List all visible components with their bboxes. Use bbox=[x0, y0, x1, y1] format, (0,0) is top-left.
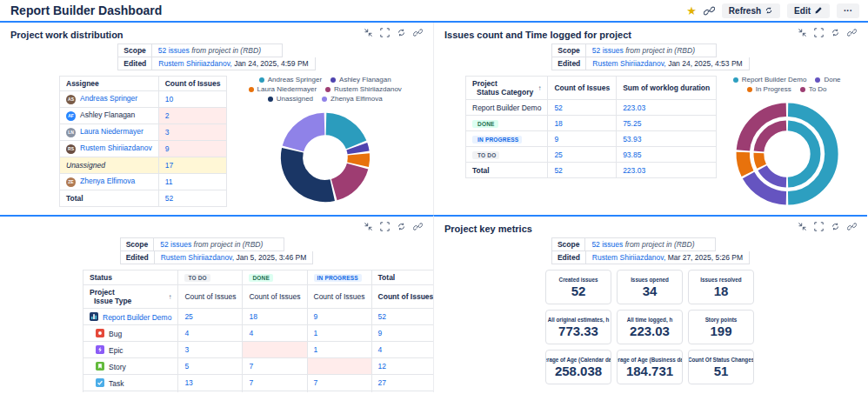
count-link[interactable]: 1 bbox=[314, 345, 318, 354]
count-link[interactable]: 9 bbox=[554, 135, 558, 144]
refresh-icon[interactable] bbox=[831, 222, 840, 231]
count-link[interactable]: 11 bbox=[165, 177, 173, 186]
edited-user-link[interactable]: Rustem Shiriiazdanov, bbox=[161, 253, 234, 262]
worklog-link[interactable]: 53.93 bbox=[623, 135, 641, 144]
count-link[interactable]: 18 bbox=[554, 119, 562, 128]
fullscreen-icon[interactable] bbox=[814, 222, 824, 231]
table-row: ZEZhenya Elfimova11 bbox=[60, 174, 227, 190]
assignee-link[interactable]: Rustem Shiriiazdanov bbox=[80, 144, 152, 152]
refresh-icon[interactable] bbox=[397, 28, 406, 37]
legend-item[interactable]: Zhenya Elfimova bbox=[322, 95, 383, 103]
legend-item[interactable]: Unassigned bbox=[268, 95, 313, 103]
edited-user-link[interactable]: Rustem Shiriiazdanov, bbox=[158, 59, 231, 68]
total-count-link[interactable]: 52 bbox=[165, 194, 173, 203]
count-link[interactable]: 2 bbox=[165, 111, 170, 120]
legend-item[interactable]: Report Builder Demo bbox=[733, 76, 807, 83]
count-link[interactable]: 27 bbox=[378, 378, 386, 387]
link-icon[interactable] bbox=[847, 28, 857, 37]
donut-segment-done[interactable] bbox=[762, 168, 785, 183]
fullscreen-icon[interactable] bbox=[380, 28, 390, 37]
panel-title: Project work distribution bbox=[10, 28, 124, 40]
assignee-link[interactable]: Zhenya Elfimova bbox=[80, 177, 135, 185]
link-icon[interactable] bbox=[847, 222, 857, 231]
more-actions-button[interactable]: ··· bbox=[837, 3, 859, 18]
donut-segment-zhenya-elfimova[interactable] bbox=[293, 124, 324, 149]
metric-card: All time logged, h 223.03 bbox=[617, 310, 683, 344]
count-link[interactable]: 17 bbox=[165, 161, 173, 170]
legend-item[interactable]: Ashley Flanagan bbox=[331, 76, 391, 83]
count-link[interactable]: 7 bbox=[249, 362, 253, 371]
count-link[interactable]: 10 bbox=[165, 95, 173, 104]
minimize-icon[interactable] bbox=[798, 28, 807, 37]
metric-label: All time logged, h bbox=[627, 317, 672, 323]
refresh-button[interactable]: Refresh bbox=[722, 3, 780, 18]
project-link[interactable]: Report Builder Demo bbox=[103, 313, 171, 322]
donut-segment-to-do[interactable] bbox=[758, 125, 786, 151]
count-link[interactable]: 13 bbox=[184, 378, 192, 387]
count-link[interactable]: 5 bbox=[184, 362, 189, 371]
assignee-link[interactable]: Andreas Springer bbox=[80, 94, 137, 103]
donut-segment-ashley-flanagan[interactable] bbox=[357, 146, 358, 152]
total-worklog-link[interactable]: 223.03 bbox=[623, 166, 645, 175]
count-link[interactable]: 4 bbox=[249, 329, 253, 337]
legend-item[interactable]: In Progress bbox=[747, 85, 791, 93]
dashboard-grid: Project work distribution Scope 52 issue… bbox=[0, 23, 868, 392]
metric-value: 223.03 bbox=[630, 324, 670, 337]
count-link[interactable]: 52 bbox=[554, 104, 562, 112]
link-icon[interactable] bbox=[413, 222, 423, 231]
minimize-icon[interactable] bbox=[364, 222, 373, 231]
sort-ascending-icon[interactable]: ↑ bbox=[168, 293, 171, 301]
refresh-icon[interactable] bbox=[831, 28, 840, 37]
count-link[interactable]: 52 bbox=[378, 312, 386, 321]
count-link[interactable]: 9 bbox=[165, 144, 170, 153]
legend-item[interactable]: To Do bbox=[800, 85, 827, 93]
count-link[interactable]: 3 bbox=[165, 128, 170, 137]
refresh-icon[interactable] bbox=[397, 222, 406, 231]
edited-label: Edited bbox=[120, 251, 155, 264]
scope-issues-link[interactable]: 52 issues bbox=[158, 46, 190, 55]
count-link[interactable]: 9 bbox=[378, 329, 383, 337]
legend-item[interactable]: Rustem Shiriiazdanov bbox=[325, 85, 402, 93]
edited-user-link[interactable]: Rustem Shiriiazdanov, bbox=[592, 59, 665, 68]
count-link[interactable]: 4 bbox=[184, 329, 189, 337]
count-link[interactable]: 12 bbox=[378, 362, 386, 371]
count-link[interactable]: 3 bbox=[184, 345, 189, 354]
worklog-link[interactable]: 75.25 bbox=[623, 119, 641, 128]
count-link[interactable]: 4 bbox=[378, 345, 383, 354]
donut-segment-in-progress[interactable] bbox=[743, 152, 747, 174]
worklog-link[interactable]: 223.03 bbox=[623, 104, 645, 112]
donut-segment-andreas-springer[interactable] bbox=[326, 124, 357, 145]
count-link[interactable]: 25 bbox=[184, 312, 192, 321]
count-link[interactable]: 7 bbox=[249, 378, 253, 387]
favorite-star-icon[interactable]: ★ bbox=[686, 5, 697, 17]
fullscreen-icon[interactable] bbox=[380, 222, 390, 231]
donut-segment-in-progress[interactable] bbox=[758, 153, 761, 166]
share-link-icon[interactable] bbox=[704, 5, 715, 17]
sort-ascending-icon[interactable]: ↑ bbox=[537, 84, 541, 92]
donut-segment-report-builder-demo[interactable] bbox=[788, 125, 816, 182]
assignee-link[interactable]: Laura Niedermayer bbox=[80, 127, 144, 136]
scope-issues-link[interactable]: 52 issues bbox=[592, 46, 624, 55]
legend-item[interactable]: Andreas Springer bbox=[259, 76, 322, 83]
minimize-icon[interactable] bbox=[798, 222, 807, 231]
scope-issues-link[interactable]: 52 issues bbox=[591, 240, 623, 249]
link-icon[interactable] bbox=[413, 28, 423, 37]
count-link[interactable]: 1 bbox=[314, 329, 318, 337]
count-link[interactable]: 25 bbox=[554, 150, 562, 159]
count-link[interactable]: 7 bbox=[314, 378, 318, 387]
legend-label: Ashley Flanagan bbox=[339, 76, 391, 83]
minimize-icon[interactable] bbox=[364, 28, 373, 37]
fullscreen-icon[interactable] bbox=[814, 28, 824, 37]
donut-segment-laura-niedermayer[interactable] bbox=[357, 154, 358, 164]
count-link[interactable]: 18 bbox=[249, 312, 257, 321]
legend-item[interactable]: Done bbox=[815, 76, 840, 83]
total-count-link[interactable]: 52 bbox=[554, 166, 562, 175]
edited-user-link[interactable]: Rustem Shiriiazdanov, bbox=[592, 253, 665, 262]
legend-item[interactable]: Laura Niedermayer bbox=[249, 85, 317, 93]
count-link[interactable]: 9 bbox=[314, 312, 318, 321]
donut-segment-unassigned[interactable] bbox=[291, 150, 332, 191]
scope-issues-link[interactable]: 52 issues bbox=[160, 240, 191, 249]
worklog-link[interactable]: 93.85 bbox=[623, 150, 641, 159]
edit-button[interactable]: Edit bbox=[787, 3, 830, 18]
donut-segment-rustem-shiriiazdanov[interactable] bbox=[334, 166, 357, 190]
